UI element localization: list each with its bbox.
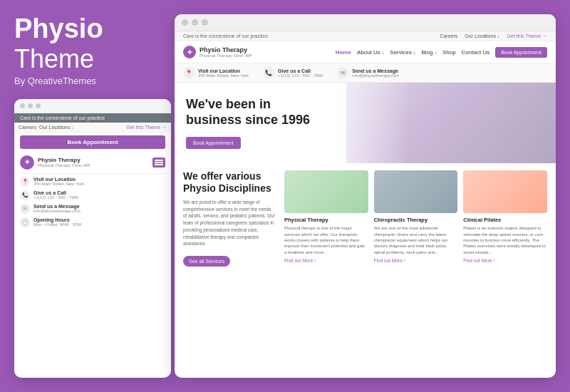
nav-contact-link[interactable]: Contact Us xyxy=(462,49,490,56)
mobile-nav: Careers Our Locations Get this Theme → xyxy=(14,123,171,133)
infobar-email: ✉ Send us a Message info@physiotherapy.c… xyxy=(337,67,399,78)
hero-background-image xyxy=(346,83,556,163)
infobar-email-text: Send us a Message info@physiotherapy.com xyxy=(352,68,399,78)
nav-about-link[interactable]: About Us xyxy=(357,49,384,56)
mobile-book-appointment-button[interactable]: Book Appointment xyxy=(20,135,165,149)
mobile-info-email: ✉ Send us a Message info@physiotherapy.c… xyxy=(20,204,165,214)
mobile-hamburger-menu[interactable] xyxy=(152,158,165,167)
card-physical-therapy: Physical Therapy Physical therapy is one… xyxy=(284,170,368,371)
card-clinical-pilates-image xyxy=(463,170,547,213)
card-physical-therapy-body: Physical therapy is one of the major ser… xyxy=(284,225,368,255)
clock-icon: 🕐 xyxy=(20,217,30,227)
nav-home-link[interactable]: Home xyxy=(336,49,351,56)
card-chiropractic-therapy: Chiropractic Therapy We are one of the m… xyxy=(374,170,458,371)
mobile-brand-text: Physio Therapy Physical Therapy Clinic W… xyxy=(38,157,90,167)
card-physical-therapy-title: Physical Therapy xyxy=(284,217,368,223)
mobile-info-location-text: Visit our Location 250 Main Street, New … xyxy=(33,177,84,186)
desktop-topbar-links: Careers Our Locations ↓ Get this Theme → xyxy=(440,33,547,38)
see-all-services-button[interactable]: See all Services xyxy=(183,256,230,267)
phone-value: +1(12) 123 - 550 - 7890 xyxy=(33,195,78,200)
desktop-dots-bar xyxy=(175,14,556,31)
brand-title: Physio Theme xyxy=(14,14,171,74)
hero-title: We've been in business since 1996 xyxy=(186,97,328,128)
hours-label: Opening Hours xyxy=(33,217,81,222)
mobile-info-hours: 🕐 Opening Hours Mon - Friday: 8AM - 5PM xyxy=(20,217,165,227)
brand-by: By QreativeThemes xyxy=(14,76,171,86)
mobile-topbar-text: Care is the cornerstone of our practice xyxy=(20,115,105,120)
card-chiropractic-therapy-link[interactable]: Find out More xyxy=(374,258,458,263)
card-chiropractic-therapy-title: Chiropractic Therapy xyxy=(374,217,458,223)
nav-brand-sub: Physical Therapy Clinic WP xyxy=(200,53,252,58)
mobile-brand-sub: Physical Therapy Clinic WP xyxy=(38,163,90,167)
infobar-location-icon: 📍 xyxy=(183,67,195,78)
mobile-dots-bar xyxy=(14,99,171,113)
dot-red xyxy=(20,103,25,108)
card-clinical-pilates-body: Pilates is an exercise regime designed t… xyxy=(463,225,547,255)
infobar-location: 📍 Visit our Location 250 Main Street, Ne… xyxy=(183,67,249,78)
desktop-topbar-tagline: Care is the cornerstone of our practice xyxy=(183,33,268,38)
infobar-phone-icon: 📞 xyxy=(263,67,274,78)
phone-label: Give us a Call xyxy=(33,190,78,195)
desktop-dot-green xyxy=(202,19,208,26)
desktop-dot-yellow xyxy=(192,19,198,26)
infobar-email-icon: ✉ xyxy=(337,67,348,78)
infobar-location-value: 250 Main Street, New York xyxy=(198,73,249,78)
desktop-topbar: Care is the cornerstone of our practice … xyxy=(175,31,556,41)
content-left-body: We are proud to offer a wide range of co… xyxy=(183,199,276,247)
mobile-info-email-text: Send us a Message info@physiotherapy.com xyxy=(33,204,81,213)
card-clinical-pilates-title: Clinical Pilates xyxy=(463,217,547,223)
email-icon: ✉ xyxy=(20,204,30,214)
infobar-location-text: Visit our Location 250 Main Street, New … xyxy=(198,68,249,78)
desktop-mockup: Care is the cornerstone of our practice … xyxy=(175,14,556,378)
mobile-brand-name: Physio Therapy xyxy=(38,157,90,163)
desktop-dot-red xyxy=(182,19,188,26)
nav-links: Home About Us Services Blog Shop Contact… xyxy=(336,47,547,58)
content-left-title: We offer various Physio Disciplines xyxy=(183,170,276,195)
infobar-phone-label: Give us a Call xyxy=(278,68,323,73)
mobile-nav-careers[interactable]: Careers xyxy=(19,125,36,130)
hamburger-line-3 xyxy=(155,164,163,165)
topbar-careers-link[interactable]: Careers xyxy=(440,33,457,38)
hamburger-line-1 xyxy=(155,160,163,161)
email-label: Send us a Message xyxy=(33,204,81,209)
location-icon: 📍 xyxy=(20,177,30,187)
infobar-email-label: Send us a Message xyxy=(352,68,399,73)
dot-green xyxy=(36,103,41,108)
mobile-nav-locations[interactable]: Our Locations xyxy=(39,125,73,130)
email-value: info@physiotherapy.com xyxy=(33,209,81,213)
content-left: We offer various Physio Disciplines We a… xyxy=(183,170,276,371)
mobile-avatar: ✚ xyxy=(20,155,34,170)
nav-brand-icon: ✚ xyxy=(183,46,196,58)
location-value: 250 Main Street, New York xyxy=(33,182,84,186)
nav-services-link[interactable]: Services xyxy=(390,49,415,56)
brand-name-light: Theme xyxy=(14,44,94,73)
card-chiropractic-therapy-image xyxy=(374,170,458,213)
topbar-get-theme-link[interactable]: Get this Theme → xyxy=(507,33,547,38)
left-panel: Physio Theme By QreativeThemes Care is t… xyxy=(14,14,171,378)
infobar-phone: 📞 Give us a Call +1(12) 123 - 550 - 7890 xyxy=(263,67,323,78)
mobile-info-hours-text: Opening Hours Mon - Friday: 8AM - 5PM xyxy=(33,217,81,227)
hero-book-appointment-button[interactable]: Book Appointment xyxy=(186,137,241,149)
infobar-location-label: Visit our Location xyxy=(198,68,249,73)
nav-book-appointment-button[interactable]: Book Appointment xyxy=(495,47,547,58)
desktop-content: We offer various Physio Disciplines We a… xyxy=(175,163,556,378)
nav-blog-link[interactable]: Blog xyxy=(421,49,436,56)
mobile-brand-row: ✚ Physio Therapy Physical Therapy Clinic… xyxy=(14,152,171,174)
mobile-nav-get-theme[interactable]: Get this Theme → xyxy=(126,125,167,130)
desktop-infobar: 📍 Visit our Location 250 Main Street, Ne… xyxy=(175,63,556,83)
mobile-info-rows: 📍 Visit our Location 250 Main Street, Ne… xyxy=(14,174,171,230)
cards-row: Physical Therapy Physical therapy is one… xyxy=(284,170,547,371)
card-physical-therapy-link[interactable]: Find out More xyxy=(284,258,368,263)
phone-icon: 📞 xyxy=(20,190,30,200)
infobar-phone-value: +1(12) 123 - 550 - 7890 xyxy=(278,73,323,78)
nav-brand-text: Physio Therapy Physical Therapy Clinic W… xyxy=(200,47,252,58)
mobile-topbar: Care is the cornerstone of our practice xyxy=(14,113,171,123)
nav-brand: ✚ Physio Therapy Physical Therapy Clinic… xyxy=(183,46,252,58)
nav-shop-link[interactable]: Shop xyxy=(442,49,456,56)
hamburger-line-2 xyxy=(155,162,163,163)
card-chiropractic-therapy-body: We are one of the most advanced chiropra… xyxy=(374,225,458,255)
infobar-email-value: info@physiotherapy.com xyxy=(352,73,399,78)
mobile-mockup: Care is the cornerstone of our practice … xyxy=(14,99,171,378)
card-clinical-pilates-link[interactable]: Find out More xyxy=(463,258,547,263)
topbar-locations-link[interactable]: Our Locations ↓ xyxy=(465,33,499,38)
